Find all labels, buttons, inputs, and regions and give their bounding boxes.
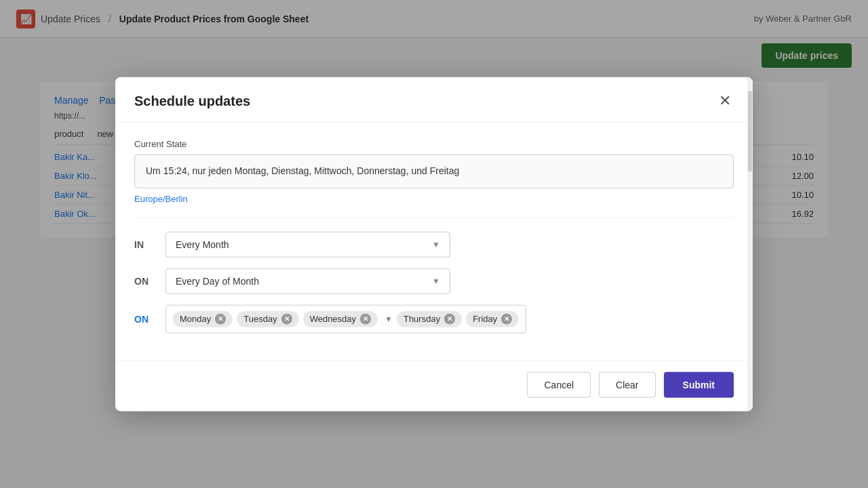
schedule-updates-modal: Schedule updates ✕ Current State Um 15:2… <box>115 77 753 411</box>
tag-monday: Monday ✕ <box>173 310 233 327</box>
timezone-label: Europe/Berlin <box>134 193 734 203</box>
on-day-select-value: Every Day of Month <box>176 275 259 286</box>
tag-tuesday: Tuesday ✕ <box>237 310 298 327</box>
in-label: IN <box>134 239 155 249</box>
tag-wednesday-remove[interactable]: ✕ <box>360 313 371 324</box>
in-field-row: IN Every Month ▼ <box>134 231 734 257</box>
current-state-value: Um 15:24, nur jeden Montag, Dienstag, Mi… <box>134 155 734 188</box>
tag-friday: Friday ✕ <box>466 310 519 327</box>
tag-friday-remove[interactable]: ✕ <box>501 313 512 324</box>
on-day-field-row: ON Every Day of Month ▼ <box>134 268 734 293</box>
tag-tuesday-remove[interactable]: ✕ <box>281 313 292 324</box>
on-day-select-chevron-icon: ▼ <box>432 276 440 285</box>
modal-body: Current State Um 15:24, nur jeden Montag… <box>115 123 753 361</box>
on-day-select[interactable]: Every Day of Month ▼ <box>165 268 450 293</box>
tags-chevron-icon: ▼ <box>384 314 393 323</box>
modal-title: Schedule updates <box>134 93 250 108</box>
tag-wednesday-label: Wednesday <box>310 314 356 324</box>
days-tags-container[interactable]: Monday ✕ Tuesday ✕ Wednesday ✕ ▼ Thursda… <box>165 304 526 333</box>
on-label-1: ON <box>134 275 155 286</box>
in-select[interactable]: Every Month ▼ <box>165 231 450 257</box>
tag-tuesday-label: Tuesday <box>243 314 277 324</box>
modal-close-button[interactable]: ✕ <box>716 91 734 111</box>
on-label-2: ON <box>134 313 155 324</box>
clear-button[interactable]: Clear <box>599 371 655 397</box>
tag-thursday: Thursday ✕ <box>397 310 462 327</box>
in-select-chevron-icon: ▼ <box>432 239 440 249</box>
current-state-label: Current State <box>134 139 734 149</box>
submit-button[interactable]: Submit <box>664 371 734 397</box>
tag-monday-remove[interactable]: ✕ <box>215 313 226 324</box>
tag-thursday-label: Thursday <box>403 314 440 324</box>
modal-footer: Cancel Clear Submit <box>115 360 753 411</box>
in-select-value: Every Month <box>176 239 229 249</box>
on-days-field-row: ON Monday ✕ Tuesday ✕ Wednesday ✕ ▼ Thur… <box>134 304 734 333</box>
tag-wednesday: Wednesday ✕ <box>303 310 378 327</box>
tag-monday-label: Monday <box>180 314 211 324</box>
modal-scrollbar-thumb <box>748 91 752 172</box>
modal-scrollbar[interactable] <box>747 77 753 411</box>
tag-friday-label: Friday <box>473 314 497 324</box>
divider <box>134 217 734 218</box>
cancel-button[interactable]: Cancel <box>527 371 591 397</box>
modal-header: Schedule updates ✕ <box>115 77 753 123</box>
tag-thursday-remove[interactable]: ✕ <box>444 313 455 324</box>
